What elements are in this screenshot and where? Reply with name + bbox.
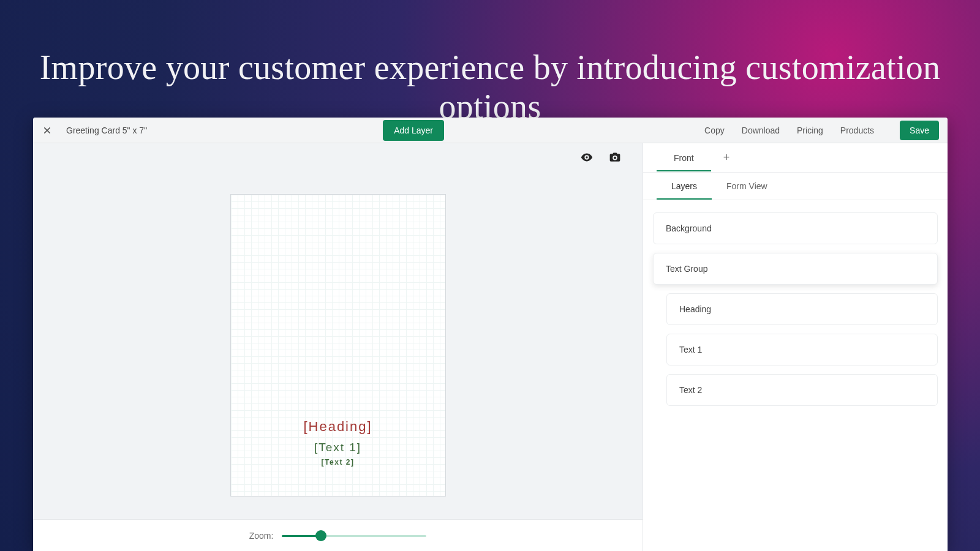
plus-icon: + [723, 151, 730, 163]
eye-icon [580, 151, 594, 164]
canvas-text2-placeholder[interactable]: [Text 2] [322, 458, 355, 467]
canvas-actions [33, 143, 643, 171]
zoom-row: Zoom: [33, 519, 643, 551]
zoom-label: Zoom: [249, 531, 274, 541]
right-sidebar: Front + Layers Form View BackgroundText … [643, 143, 948, 551]
copy-link[interactable]: Copy [704, 126, 725, 135]
layer-item[interactable]: Text 1 [666, 334, 938, 365]
document-title: Greeting Card 5" x 7" [66, 126, 147, 135]
toolbar-links: Copy Download Pricing Products Save [704, 121, 939, 140]
hero-title: Improve your customer experience by intr… [0, 48, 980, 126]
canvas-heading-placeholder[interactable]: [Heading] [303, 419, 372, 435]
pricing-link[interactable]: Pricing [797, 126, 823, 135]
products-link[interactable]: Products [840, 126, 874, 135]
panel-tabs: Layers Form View [643, 173, 948, 200]
tab-form-view[interactable]: Form View [712, 173, 782, 200]
layer-item[interactable]: Background [653, 212, 938, 244]
view-tabs: Front + [643, 143, 948, 173]
canvas-text1-placeholder[interactable]: [Text 1] [314, 441, 361, 454]
camera-icon [609, 151, 621, 163]
close-button[interactable] [42, 125, 53, 136]
save-button[interactable]: Save [900, 121, 939, 140]
layers-list: BackgroundText GroupHeadingText 1Text 2 [643, 200, 948, 418]
add-view-tab[interactable]: + [711, 144, 742, 171]
canvas-pane: [Heading] [Text 1] [Text 2] Zoom: [33, 143, 643, 551]
toolbar: Greeting Card 5" x 7" Add Layer Copy Dow… [33, 118, 948, 143]
layer-item[interactable]: Text 2 [666, 374, 938, 406]
preview-button[interactable] [580, 151, 594, 164]
editor-app: Greeting Card 5" x 7" Add Layer Copy Dow… [33, 118, 948, 551]
canvas-area[interactable]: [Heading] [Text 1] [Text 2] [33, 171, 643, 519]
zoom-slider[interactable] [282, 531, 426, 541]
layer-item[interactable]: Heading [666, 293, 938, 325]
tab-front[interactable]: Front [657, 144, 711, 171]
zoom-slider-thumb[interactable] [315, 530, 326, 541]
add-layer-button[interactable]: Add Layer [383, 120, 444, 141]
close-icon [42, 126, 52, 135]
snapshot-button[interactable] [608, 151, 622, 164]
greeting-card-canvas[interactable]: [Heading] [Text 1] [Text 2] [230, 194, 446, 497]
download-link[interactable]: Download [742, 126, 780, 135]
editor-body: [Heading] [Text 1] [Text 2] Zoom: Front [33, 143, 948, 551]
layer-item[interactable]: Text Group [653, 253, 938, 285]
tab-layers[interactable]: Layers [657, 173, 712, 200]
